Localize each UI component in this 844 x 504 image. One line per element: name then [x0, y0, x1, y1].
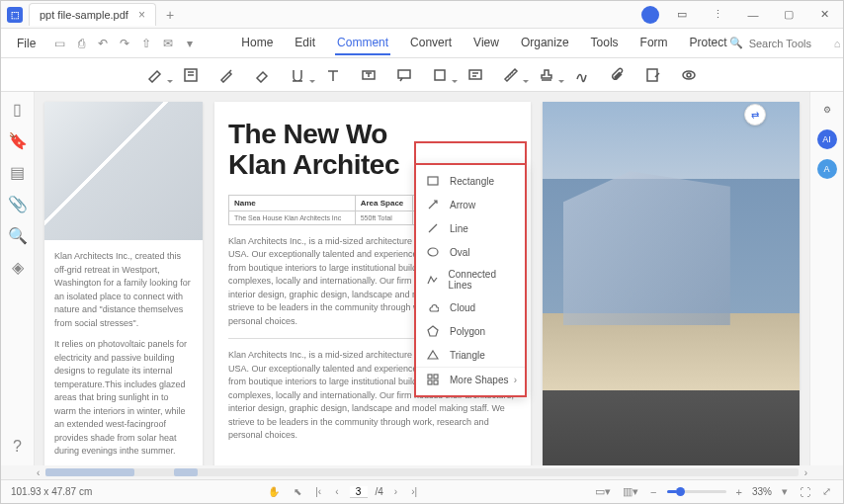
redo-icon[interactable]: ↷ [115, 34, 134, 53]
svg-rect-4 [469, 70, 481, 79]
shape-cloud[interactable]: Cloud [416, 295, 525, 319]
zoom-out-icon[interactable]: − [648, 486, 658, 498]
attachment-tool[interactable] [607, 64, 629, 86]
highlight-tool[interactable] [144, 64, 166, 86]
file-menu[interactable]: File [9, 33, 43, 54]
menu-form[interactable]: Form [638, 32, 670, 55]
svg-rect-5 [647, 69, 657, 81]
save-icon[interactable]: ▭ [49, 34, 69, 53]
shape-more[interactable]: More Shapes [416, 367, 525, 391]
maximize-button[interactable]: ▢ [776, 5, 802, 25]
scroll-left-icon[interactable]: ‹ [35, 467, 42, 478]
menu-comment[interactable]: Comment [335, 32, 390, 55]
svg-rect-2 [398, 70, 410, 78]
scroll-thumb-2[interactable] [174, 468, 198, 476]
edit-comment-tool[interactable] [642, 64, 664, 86]
menu-tabs: Home Edit Comment Convert View Organize … [239, 32, 728, 55]
last-page-icon[interactable]: ›| [408, 486, 420, 497]
shape-line[interactable]: Line [416, 216, 525, 240]
signature-tool[interactable] [571, 64, 593, 86]
more-icon[interactable]: ▾ [180, 34, 200, 53]
tab-close-icon[interactable]: × [138, 8, 145, 22]
prev-page-icon[interactable]: ‹ [332, 486, 341, 497]
minimize-button[interactable]: — [740, 5, 766, 25]
menu-convert[interactable]: Convert [408, 32, 454, 55]
settings-icon[interactable]: ⚙ [817, 100, 837, 120]
scroll-track[interactable] [45, 468, 798, 476]
user-avatar[interactable] [641, 6, 659, 24]
callout-tool[interactable] [393, 64, 415, 86]
comments-panel-icon[interactable]: ▤ [9, 163, 27, 181]
menu-tools[interactable]: Tools [589, 32, 621, 55]
rectangle-icon [426, 174, 440, 188]
translate-icon[interactable]: A [817, 159, 837, 179]
search-panel-icon[interactable]: 🔍 [9, 226, 27, 244]
zoom-in-icon[interactable]: + [734, 486, 744, 498]
zoom-slider[interactable] [667, 490, 726, 493]
kebab-icon[interactable]: ⋮ [705, 5, 730, 25]
menu-view[interactable]: View [471, 32, 501, 55]
fields-icon[interactable]: ◈ [9, 258, 27, 276]
eraser-tool[interactable] [251, 64, 273, 86]
chat-icon[interactable]: ▭ [669, 5, 695, 25]
print-icon[interactable]: ⎙ [71, 34, 91, 53]
col1-paragraph-2: It relies on photovoltaic panels for ele… [54, 338, 193, 459]
home-icon[interactable]: ⌂ [834, 38, 841, 49]
underline-tool[interactable] [287, 64, 308, 86]
bookmarks-icon[interactable]: 🔖 [9, 131, 27, 149]
layout-mode-icon[interactable]: ▥▾ [621, 485, 640, 498]
measure-tool[interactable] [500, 64, 522, 86]
document-tab[interactable]: ppt file-sample.pdf × [29, 3, 156, 26]
first-page-icon[interactable]: |‹ [312, 486, 324, 497]
shape-oval[interactable]: Oval [416, 240, 525, 264]
page-navigation: ✋ ⬉ |‹ ‹ /4 › ›| [265, 486, 420, 498]
svg-rect-12 [428, 380, 432, 384]
floating-action-icon[interactable]: ⇄ [744, 104, 766, 126]
shape-tool[interactable] [429, 64, 451, 86]
hand-tool-icon[interactable]: ✋ [265, 486, 283, 497]
shape-triangle[interactable]: Triangle [416, 343, 525, 367]
note-tool[interactable] [180, 64, 202, 86]
thumbnails-icon[interactable]: ▯ [9, 100, 27, 118]
stamp-tool[interactable] [536, 64, 557, 86]
next-page-icon[interactable]: › [391, 486, 400, 497]
menu-protect[interactable]: Protect [688, 32, 729, 55]
shape-polygon[interactable]: Polygon [416, 319, 525, 343]
scroll-right-icon[interactable]: › [802, 467, 809, 478]
textbox-tool[interactable] [358, 64, 380, 86]
comment-box-tool[interactable] [464, 64, 486, 86]
menu-edit[interactable]: Edit [293, 32, 317, 55]
menu-home[interactable]: Home [239, 32, 275, 55]
menu-organize[interactable]: Organize [519, 32, 571, 55]
scroll-thumb[interactable] [45, 468, 134, 476]
shape-rectangle[interactable]: Rectangle [416, 169, 525, 193]
ai-assistant-icon[interactable]: AI [817, 129, 837, 149]
oval-icon [426, 245, 440, 259]
attachments-icon[interactable]: 📎 [9, 195, 27, 212]
new-tab-button[interactable]: + [162, 7, 178, 23]
search-icon[interactable]: 🔍 [729, 37, 743, 49]
shape-arrow[interactable]: Arrow [416, 193, 525, 216]
fullscreen-icon[interactable]: ⤢ [820, 485, 833, 498]
comment-toolbar [1, 58, 843, 92]
page-input[interactable] [350, 486, 368, 498]
zoom-dropdown-icon[interactable]: ▾ [780, 485, 790, 498]
undo-icon[interactable]: ↶ [93, 34, 113, 53]
text-tool[interactable] [322, 64, 344, 86]
td-area: 550ft Total [355, 210, 413, 224]
hide-comments-tool[interactable] [678, 64, 700, 86]
help-icon[interactable]: ? [9, 438, 27, 456]
fit-page-icon[interactable]: ⛶ [798, 486, 812, 498]
connected-lines-icon [426, 273, 439, 287]
share-icon[interactable]: ⇧ [136, 34, 156, 53]
mail-icon[interactable]: ✉ [158, 34, 178, 53]
close-window-button[interactable]: ✕ [811, 5, 837, 25]
horizontal-scrollbar: ‹ › [1, 465, 843, 479]
select-tool-icon[interactable]: ⬉ [291, 486, 304, 497]
shape-connected-lines[interactable]: Connected Lines [416, 264, 525, 295]
svg-point-7 [687, 73, 691, 77]
building-image-1 [44, 102, 203, 240]
search-input[interactable] [749, 38, 828, 49]
read-mode-icon[interactable]: ▭▾ [593, 485, 613, 498]
pencil-tool[interactable] [215, 64, 237, 86]
